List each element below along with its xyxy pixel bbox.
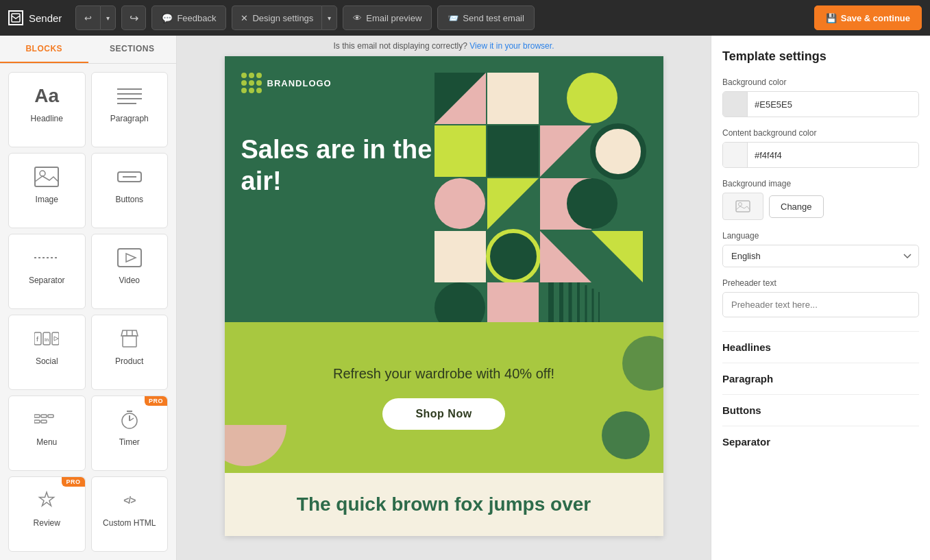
svg-point-42 [488, 231, 539, 282]
bg-image-preview [722, 193, 763, 220]
dot-6 [256, 80, 262, 86]
block-review[interactable]: PRO Review [8, 476, 86, 552]
view-browser-link[interactable]: View it in your browser. [469, 41, 554, 51]
svg-text:in: in [45, 337, 49, 342]
topbar: Sender ↩ ▾ ↪ 💬 Feedback ✕ Design setting… [0, 0, 930, 36]
content-bg-input-row[interactable] [722, 142, 919, 168]
dot-3 [256, 73, 262, 78]
block-image[interactable]: Image [8, 153, 86, 228]
section-headlines[interactable]: Headlines [722, 331, 919, 363]
svg-marker-28 [40, 492, 54, 506]
block-paragraph[interactable]: Paragraph [91, 72, 169, 147]
send-test-icon: 📨 [448, 13, 458, 23]
bg-color-swatch[interactable] [723, 92, 748, 117]
section-buttons[interactable]: Buttons [722, 394, 919, 426]
dot-8 [249, 88, 254, 93]
block-buttons-label: Buttons [115, 195, 143, 204]
block-timer-label: Timer [119, 437, 140, 447]
content-bg-swatch[interactable] [723, 143, 748, 167]
email-canvas[interactable]: BRANDLOGO Sales are in the air! [225, 56, 663, 536]
svg-marker-35 [540, 125, 591, 177]
review-pro-badge: PRO [62, 477, 84, 487]
right-sidebar: Template settings Background color Conte… [711, 36, 930, 560]
block-custom-html[interactable]: </> Custom HTML [91, 476, 169, 552]
video-icon [116, 245, 143, 270]
email-headline: Sales are in the air! [241, 134, 433, 197]
svg-rect-22 [34, 420, 40, 423]
send-test-btn[interactable]: 📨 Send test email [437, 5, 535, 30]
undo-dropdown-btn[interactable]: ▾ [100, 5, 116, 30]
block-headline[interactable]: Aa Headline [8, 72, 86, 147]
svg-rect-54 [736, 201, 750, 212]
svg-marker-17 [54, 337, 58, 341]
timer-icon [116, 407, 143, 432]
send-test-label: Send test email [463, 13, 524, 23]
dot-1 [241, 73, 247, 78]
canvas-area: Is this email not displaying correctly? … [177, 36, 711, 560]
language-select[interactable]: English French German Spanish Italian [722, 245, 919, 267]
block-product[interactable]: Product [91, 315, 169, 390]
svg-point-6 [40, 171, 45, 176]
svg-point-55 [739, 203, 742, 206]
svg-rect-41 [435, 231, 486, 282]
block-video[interactable]: Video [91, 234, 169, 309]
brand-logo-dots [241, 73, 262, 93]
undo-split-btn[interactable]: ↩ ▾ [75, 5, 116, 30]
main-area: BLOCKS SECTIONS Aa Headline Paragraph Im… [0, 36, 930, 560]
section-separator[interactable]: Separator [722, 426, 919, 457]
block-image-label: Image [36, 195, 58, 204]
svg-rect-20 [41, 415, 47, 417]
block-review-label: Review [34, 518, 60, 528]
bg-color-input-row[interactable] [722, 91, 919, 117]
dot-2 [249, 73, 254, 78]
product-icon [116, 326, 143, 351]
content-bg-text[interactable] [748, 150, 918, 160]
email-preview-btn[interactable]: 👁 Email preview [343, 5, 432, 30]
blocks-grid: Aa Headline Paragraph Image Buttons [0, 64, 176, 560]
design-settings-split[interactable]: ✕ Design settings ▾ [232, 5, 337, 30]
menu-icon [33, 407, 60, 432]
email-body-title: The quick brown fox jumps over [241, 494, 647, 515]
svg-marker-46 [487, 282, 539, 322]
dot-4 [241, 80, 247, 86]
logo-icon [8, 10, 23, 25]
tab-blocks[interactable]: BLOCKS [0, 36, 88, 63]
block-timer[interactable]: PRO Timer [91, 395, 169, 471]
bg-color-text[interactable] [748, 99, 918, 110]
block-separator[interactable]: Separator [8, 234, 86, 309]
email-sub-text: Refresh your wardrobe with 40% off! [333, 366, 554, 382]
dot-7 [241, 88, 247, 93]
dot-5 [249, 80, 254, 86]
svg-marker-11 [126, 254, 136, 262]
review-icon [33, 488, 60, 513]
svg-rect-21 [48, 415, 53, 417]
tab-sections[interactable]: SECTIONS [88, 36, 177, 63]
shop-now-btn[interactable]: Shop Now [382, 398, 504, 430]
brand-logo: BRANDLOGO [241, 73, 435, 93]
svg-point-36 [593, 126, 644, 177]
svg-rect-34 [487, 125, 539, 177]
change-bg-image-btn[interactable]: Change [769, 195, 824, 218]
email-notice: Is this email not displaying correctly? … [334, 41, 554, 51]
block-menu[interactable]: Menu [8, 395, 86, 471]
language-label: Language [722, 231, 919, 241]
email-header-left: BRANDLOGO Sales are in the air! [241, 73, 435, 197]
block-buttons[interactable]: Buttons [91, 153, 169, 228]
save-continue-btn[interactable]: 💾 Save & continue [814, 5, 922, 30]
preheader-input[interactable] [722, 292, 919, 317]
design-settings-btn[interactable]: ✕ Design settings [232, 5, 321, 30]
redo-btn[interactable]: ↪ [121, 5, 146, 30]
design-settings-label: Design settings [252, 13, 313, 23]
save-label: Save & continue [841, 13, 910, 23]
feedback-btn[interactable]: 💬 Feedback [151, 5, 226, 30]
svg-point-32 [567, 73, 617, 123]
svg-rect-31 [487, 73, 539, 124]
social-icon: f in [33, 326, 60, 351]
design-settings-dropdown[interactable]: ▾ [321, 5, 337, 30]
block-social[interactable]: f in Social [8, 315, 86, 390]
svg-rect-18 [123, 336, 136, 347]
section-paragraph[interactable]: Paragraph [722, 363, 919, 394]
undo-btn[interactable]: ↩ [75, 5, 100, 30]
svg-point-40 [567, 178, 617, 229]
email-header-section: BRANDLOGO Sales are in the air! [225, 56, 663, 322]
